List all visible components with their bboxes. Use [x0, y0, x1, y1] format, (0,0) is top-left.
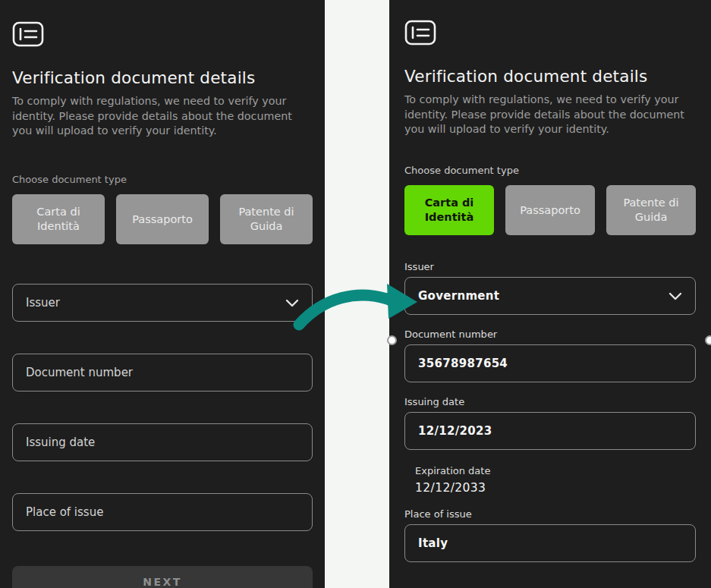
doc-type-passaporto-button[interactable]: Passaporto: [505, 185, 595, 235]
issuer-placeholder: Issuer: [26, 296, 60, 310]
next-button[interactable]: NEXT: [12, 566, 313, 588]
place-of-issue-label: Place of issue: [404, 508, 696, 520]
issuing-date-input[interactable]: Issuing date: [12, 423, 313, 461]
document-number-input[interactable]: 35678987654: [404, 344, 696, 382]
document-number-input[interactable]: Document number: [12, 354, 313, 391]
page-title: Verification document details: [12, 68, 313, 87]
issuing-date-input[interactable]: 12/12/2023: [404, 412, 696, 450]
doc-type-carta-identita-button-selected[interactable]: Carta di Identità: [404, 185, 494, 235]
doc-type-patente-button[interactable]: Patente di Guida: [606, 185, 696, 235]
doc-type-passaporto-button[interactable]: Passaporto: [116, 194, 209, 244]
place-of-issue-input[interactable]: Place of issue: [12, 493, 313, 531]
drag-handle-left[interactable]: [387, 335, 397, 345]
issuer-label: Issuer: [404, 261, 696, 272]
choose-document-type-label: Choose document type: [404, 165, 696, 176]
document-number-label: Document number: [404, 329, 696, 340]
page-subtitle: To comply with regulations, we need to v…: [404, 93, 696, 137]
issuer-select[interactable]: Issuer: [12, 284, 313, 322]
chevron-down-icon: [669, 289, 682, 303]
issuing-date-placeholder: Issuing date: [26, 435, 95, 449]
page-subtitle: To comply with regulations, we need to v…: [12, 94, 310, 139]
place-of-issue-input[interactable]: Italy: [404, 524, 696, 562]
expiration-date-group: Expiration date 12/12/2033: [415, 465, 696, 495]
verification-form-screen-empty: Verification document details To comply …: [0, 0, 325, 588]
id-card-icon: [404, 20, 436, 49]
expiration-date-label: Expiration date: [415, 465, 696, 476]
doc-type-patente-button[interactable]: Patente di Guida: [220, 194, 313, 244]
document-type-group: Carta di Identità Passaporto Patente di …: [404, 185, 696, 235]
issuing-date-value: 12/12/2023: [418, 424, 492, 438]
doc-type-carta-identita-button[interactable]: Carta di Identità: [12, 194, 105, 244]
choose-document-type-label: Choose document type: [12, 174, 313, 185]
drag-handle-right[interactable]: [705, 335, 711, 345]
place-of-issue-value: Italy: [418, 536, 448, 550]
document-number-value: 35678987654: [418, 357, 508, 370]
expiration-date-value: 12/12/2033: [415, 481, 696, 495]
page-title: Verification document details: [404, 67, 696, 86]
curved-right-arrow-icon: [293, 278, 420, 337]
issuing-date-label: Issuing date: [404, 396, 696, 407]
document-type-group: Carta di Identità Passaporto Patente di …: [12, 194, 313, 244]
verification-form-screen-filled: Verification document details To comply …: [389, 0, 711, 588]
place-of-issue-placeholder: Place of issue: [26, 505, 103, 519]
issuer-value: Government: [418, 289, 499, 303]
id-card-icon: [12, 21, 44, 50]
issuer-select[interactable]: Government: [404, 277, 696, 315]
document-number-placeholder: Document number: [26, 366, 133, 379]
